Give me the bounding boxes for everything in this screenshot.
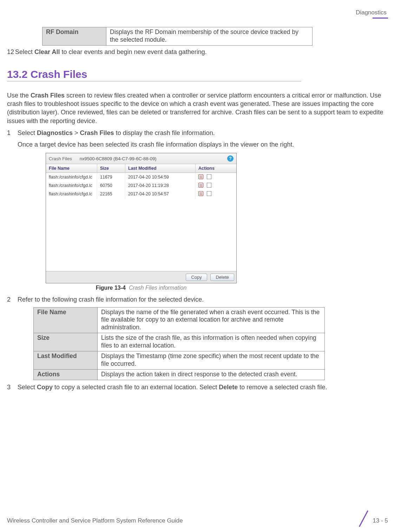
step-text-post: to clear events and begin new event data…	[60, 48, 206, 55]
delete-icon[interactable]	[198, 174, 203, 179]
field-label: Actions	[34, 369, 98, 380]
cell-size: 22165	[97, 190, 125, 198]
clear-all-bold: Clear All	[34, 48, 60, 55]
step-num: 3	[7, 383, 11, 392]
table-row[interactable]: flash:/crashinfo/cfgd.lc 60750 2017-04-2…	[46, 181, 236, 190]
step1-pre: Select	[18, 129, 37, 136]
step-3: 3 Select Copy to copy a selected crash f…	[7, 383, 388, 392]
page-footer: Wireless Controller and Service Platform…	[7, 512, 388, 524]
field-desc: Displays the Timestamp (time zone specif…	[98, 351, 325, 369]
table-row[interactable]: flash:/crashinfo/cfgd.lc 11679 2017-04-2…	[46, 173, 236, 181]
step-num: 2	[7, 295, 11, 304]
cell-file-name: flash:/crashinfo/cfgd.lc	[46, 173, 97, 181]
ss-body: flash:/crashinfo/cfgd.lc 11679 2017-04-2…	[46, 173, 236, 271]
section-underline	[7, 81, 301, 81]
step-1: 1 Select Diagnostics > Crash Files to di…	[7, 129, 388, 137]
delete-icon[interactable]	[198, 183, 203, 188]
step3-post: to remove a selected crash file.	[238, 384, 327, 391]
field-desc: Displays the action taken in direct resp…	[98, 369, 325, 380]
field-desc: Displays the name of the file generated …	[98, 307, 325, 333]
copy-icon[interactable]	[207, 183, 211, 188]
step2-text: Refer to the following crash file inform…	[18, 295, 388, 304]
step-text-pre: Select	[15, 48, 34, 55]
ss-column-header: File Name Size Last Modified Actions	[46, 164, 236, 173]
intro-paragraph: Use the Crash Files screen to review fil…	[7, 91, 388, 125]
step-num: 1	[7, 129, 11, 137]
crash-info-table: File Name Displays the name of the file …	[33, 307, 325, 380]
ss-title-label: Crash Files	[49, 156, 72, 161]
figure-number: Figure 13-4	[96, 285, 126, 291]
step1-bold1: Diagnostics	[37, 129, 73, 136]
step-12: 12 Select Clear All to clear events and …	[7, 48, 388, 56]
field-label: File Name	[34, 307, 98, 333]
figure-caption: Figure 13-4 Crash Files information	[46, 285, 237, 291]
copy-icon[interactable]	[207, 191, 211, 196]
figure-text: Crash Files information	[129, 285, 187, 291]
footer-page: 13 - 5	[373, 517, 388, 524]
col-file-name[interactable]: File Name	[46, 164, 97, 173]
section-title: 13.2 Crash Files	[7, 68, 388, 80]
field-desc: Lists the size of the crash file, as thi…	[98, 333, 325, 351]
rf-domain-desc: Displays the RF Domain membership of the…	[106, 27, 312, 46]
copy-button[interactable]: Copy	[186, 274, 207, 281]
rf-domain-table: RF Domain Displays the RF Domain members…	[42, 27, 312, 46]
table-row[interactable]: flash:/crashinfo/cfgd.lc 22165 2017-04-2…	[46, 190, 236, 198]
delete-button[interactable]: Delete	[210, 274, 234, 281]
step3-pre: Select	[18, 384, 37, 391]
footer-title: Wireless Controller and Service Platform…	[7, 517, 356, 524]
intro-bold: Crash Files	[31, 92, 65, 99]
step1-mid: >	[73, 129, 80, 136]
field-label: Last Modified	[34, 351, 98, 369]
step3-mid: to copy a selected crash file to an exte…	[53, 384, 219, 391]
cell-modified: 2017-04-20 10:54:59	[125, 173, 196, 181]
cell-size: 60750	[97, 181, 125, 190]
ss-device-name: nx9500-6C8809 (B4-C7-99-6C-88-09)	[80, 156, 157, 161]
copy-icon[interactable]	[207, 174, 211, 179]
step-1-sub: Once a target device has been selected i…	[18, 140, 388, 149]
step3-bold2: Delete	[219, 384, 238, 391]
step1-post: to display the crash file information.	[114, 129, 215, 136]
col-actions: Actions	[196, 164, 236, 173]
cell-size: 11679	[97, 173, 125, 181]
cell-modified: 2017-04-20 11:19:28	[125, 181, 196, 190]
step-2: 2 Refer to the following crash file info…	[7, 295, 388, 304]
step1-bold2: Crash Files	[80, 129, 114, 136]
col-last-modified[interactable]: Last Modified	[125, 164, 196, 173]
cell-file-name: flash:/crashinfo/cfgd.lc	[46, 190, 97, 198]
field-label: Size	[34, 333, 98, 351]
cell-file-name: flash:/crashinfo/cfgd.lc	[46, 181, 97, 190]
intro-pre: Use the	[7, 92, 31, 99]
header-accent	[373, 18, 388, 19]
footer-slash-icon	[356, 512, 371, 526]
crash-files-screenshot: Crash Files nx9500-6C8809 (B4-C7-99-6C-8…	[46, 153, 237, 283]
rf-domain-label: RF Domain	[42, 27, 106, 46]
step-num: 12	[7, 48, 13, 56]
step3-bold1: Copy	[37, 384, 53, 391]
help-icon[interactable]: ?	[227, 155, 233, 162]
page-header: Diagnostics	[7, 7, 388, 16]
col-size[interactable]: Size	[97, 164, 125, 173]
cell-modified: 2017-04-20 10:54:57	[125, 190, 196, 198]
delete-icon[interactable]	[198, 191, 203, 196]
